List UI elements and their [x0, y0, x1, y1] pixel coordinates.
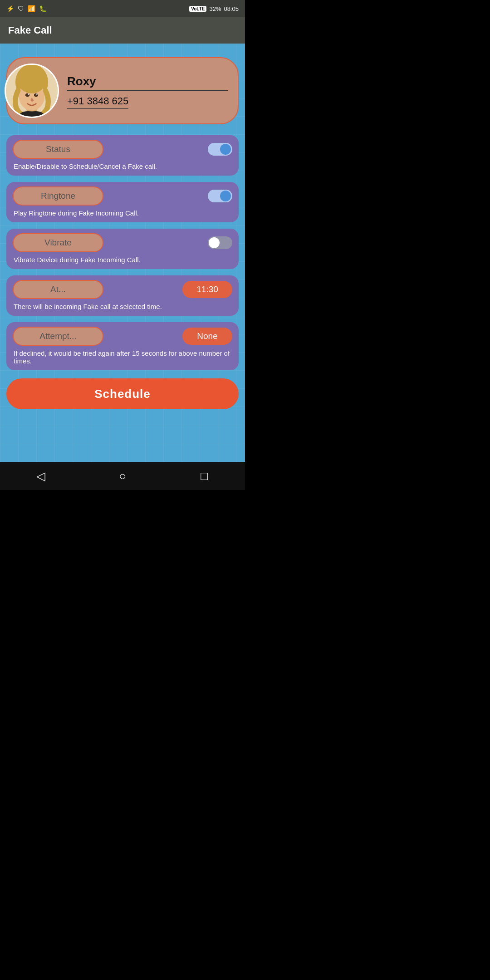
attempt-label[interactable]: Attempt...	[13, 327, 103, 346]
vpn-icon: 🛡	[18, 5, 24, 12]
battery-level: 32%	[209, 5, 221, 12]
home-button[interactable]: ○	[112, 465, 133, 487]
avatar	[5, 64, 59, 118]
attempt-value[interactable]: None	[182, 328, 232, 345]
nav-bar: ◁ ○ □	[0, 462, 245, 490]
ringtone-label[interactable]: Ringtone	[13, 186, 103, 206]
setting-top-vibrate: Vibrate	[13, 233, 232, 252]
clock: 08:05	[224, 5, 239, 12]
at-label[interactable]: At...	[13, 280, 103, 299]
status-toggle-knob	[220, 144, 231, 155]
setting-top-status: Status	[13, 140, 232, 159]
app-title: Fake Call	[8, 24, 52, 36]
status-bar: ⚡ 🛡 📶 🐛 VoLTE 32% 08:05	[0, 0, 245, 17]
svg-point-4	[18, 69, 46, 93]
signal-icon: 📶	[28, 5, 35, 12]
recent-button[interactable]: □	[193, 465, 215, 487]
status-toggle[interactable]	[208, 143, 232, 156]
schedule-button[interactable]: Schedule	[6, 378, 239, 409]
back-button[interactable]: ◁	[30, 465, 52, 487]
setting-row-status: Status Enable/Disable to Schedule/Cancel…	[6, 135, 239, 176]
ringtone-toggle-knob	[220, 191, 231, 201]
status-description: Enable/Disable to Schedule/Cancel a Fake…	[13, 162, 232, 170]
status-bar-icons: ⚡ 🛡 📶 🐛	[6, 5, 47, 12]
status-bar-right: VoLTE 32% 08:05	[189, 5, 239, 12]
vibrate-description: Vibrate Device during Fake Incoming Call…	[13, 255, 232, 264]
setting-top-ringtone: Ringtone	[13, 186, 232, 206]
setting-row-at: At... 11:30 There will be incoming Fake …	[6, 275, 239, 316]
contact-phone-field[interactable]: +91 3848 625	[67, 95, 228, 107]
contact-name: Roxy	[67, 74, 96, 88]
setting-row-vibrate: Vibrate Vibrate Device during Fake Incom…	[6, 229, 239, 269]
app-bar: Fake Call	[0, 17, 245, 44]
svg-point-8	[36, 93, 38, 95]
ringtone-toggle[interactable]	[208, 190, 232, 202]
contact-phone: +91 3848 625	[67, 95, 128, 109]
vibrate-toggle-knob	[209, 237, 220, 248]
schedule-button-label: Schedule	[94, 387, 151, 401]
at-value[interactable]: 11:30	[182, 281, 232, 298]
attempt-description: If declined, it would be tried again aft…	[13, 348, 232, 365]
main-content: Roxy +91 3848 625 Status Enable/Disable …	[0, 44, 245, 462]
setting-top-at: At... 11:30	[13, 280, 232, 299]
svg-point-5	[25, 93, 30, 97]
setting-row-attempt: Attempt... None If declined, it would be…	[6, 322, 239, 370]
contact-name-field[interactable]: Roxy	[67, 74, 228, 91]
svg-point-7	[28, 93, 29, 95]
vibrate-toggle[interactable]	[208, 236, 232, 249]
ringtone-description: Play Ringtone during Fake Incoming Call.	[13, 208, 232, 217]
usb-icon: ⚡	[6, 5, 14, 12]
contact-card: Roxy +91 3848 625	[6, 57, 239, 124]
at-description: There will be incoming Fake call at sele…	[13, 302, 232, 310]
contact-info: Roxy +91 3848 625	[67, 74, 228, 107]
vibrate-label[interactable]: Vibrate	[13, 233, 103, 252]
volte-badge: VoLTE	[189, 6, 206, 12]
bug-icon: 🐛	[39, 5, 47, 12]
status-label[interactable]: Status	[13, 140, 103, 159]
setting-row-ringtone: Ringtone Play Ringtone during Fake Incom…	[6, 182, 239, 222]
setting-top-attempt: Attempt... None	[13, 327, 232, 346]
svg-point-6	[34, 93, 39, 97]
